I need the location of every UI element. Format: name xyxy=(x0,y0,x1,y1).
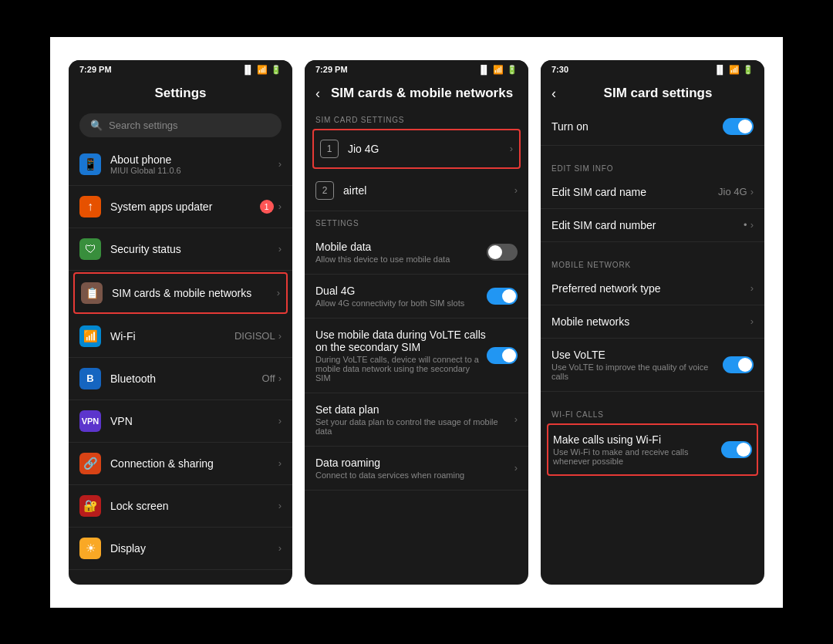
sim-icon: 📋 xyxy=(81,282,103,304)
bt-text: Bluetooth xyxy=(110,373,262,385)
volte-toggle[interactable] xyxy=(723,356,754,373)
settings-item-sysapps[interactable]: ↑ System apps updater 1 › xyxy=(69,186,292,228)
mobile-data-sub: Allow this device to use mobile data xyxy=(315,255,487,264)
mobilenet-row[interactable]: Mobile networks › xyxy=(541,305,764,339)
signal-icon-3: ▐▌ xyxy=(713,65,726,74)
volte-label: Use VoLTE xyxy=(551,349,723,361)
volte-row[interactable]: Use VoLTE Use VoLTE to improve the quali… xyxy=(541,339,764,392)
turnon-knob xyxy=(738,120,752,133)
wificall-label: Make calls using Wi-Fi xyxy=(553,433,721,446)
volte-knob xyxy=(738,358,752,372)
conn-chevron: › xyxy=(278,457,282,469)
wifi-value: DIGISOL xyxy=(234,330,275,342)
dual4g-toggle[interactable] xyxy=(487,288,518,305)
outer-container: 7:29 PM ▐▌ 📶 🔋 Settings 🔍 Search setting… xyxy=(50,37,783,608)
wifi-icon: 📶 xyxy=(79,325,101,347)
sysapps-text: System apps updater xyxy=(110,201,260,213)
settings-item-about[interactable]: 📱 About phone MIUI Global 11.0.6 › xyxy=(69,143,292,186)
volte-sec-text: Use mobile data during VoLTE calls on th… xyxy=(315,329,487,383)
sim-item-jio[interactable]: 1 Jio 4G › xyxy=(312,129,521,169)
time-2: 7:29 PM xyxy=(315,65,348,74)
about-sub: MIUI Global 11.0.6 xyxy=(110,166,278,175)
bt-icon: B xyxy=(79,368,101,389)
editname-text: Edit SIM card name xyxy=(551,186,718,198)
search-bar[interactable]: 🔍 Search settings xyxy=(79,113,282,137)
settings-item-conn[interactable]: 🔗 Connection & sharing › xyxy=(69,443,292,485)
signal-icon-2: ▐▌ xyxy=(477,65,490,74)
editname-row[interactable]: Edit SIM card name Jio 4G › xyxy=(541,176,764,209)
prefnet-row[interactable]: Preferred network type › xyxy=(541,272,764,305)
setdata-row[interactable]: Set data plan Set your data plan to cont… xyxy=(305,393,528,447)
about-text: About phone MIUI Global 11.0.6 xyxy=(110,153,278,175)
turnon-text: Turn on xyxy=(551,120,723,133)
settings-item-lock[interactable]: 🔐 Lock screen › xyxy=(69,485,292,528)
roaming-row[interactable]: Data roaming Connect to data services wh… xyxy=(305,447,528,491)
mobile-data-toggle[interactable] xyxy=(487,244,518,261)
top-bar-2: ‹ SIM cards & mobile networks xyxy=(305,78,528,108)
mobile-data-row[interactable]: Mobile data Allow this device to use mob… xyxy=(305,231,528,275)
editnum-chevron: › xyxy=(750,219,754,231)
volte-sub: Use VoLTE to improve the quality of voic… xyxy=(551,362,723,381)
turnon-toggle[interactable] xyxy=(723,118,754,135)
search-placeholder: Search settings xyxy=(109,120,178,131)
mobilenet-label: MOBILE NETWORK xyxy=(541,253,764,272)
settings-item-display[interactable]: ☀ Display › xyxy=(69,528,292,570)
status-icons-2: ▐▌ 📶 🔋 xyxy=(477,65,518,75)
lock-chevron: › xyxy=(278,500,282,511)
vpn-icon: VPN xyxy=(79,410,101,432)
volte-sec-toggle[interactable] xyxy=(487,347,518,364)
volte-sec-knob xyxy=(502,349,516,362)
bt-chevron: › xyxy=(278,373,282,384)
back-button-2[interactable]: ‹ xyxy=(315,86,320,102)
editnum-row[interactable]: Edit SIM card number • › xyxy=(541,209,764,242)
volte-sec-row[interactable]: Use mobile data during VoLTE calls on th… xyxy=(305,319,528,393)
turnon-label: Turn on xyxy=(551,120,723,133)
phone-1: 7:29 PM ▐▌ 📶 🔋 Settings 🔍 Search setting… xyxy=(69,60,292,585)
mobilenet-chevron: › xyxy=(750,315,754,327)
sim-chevron: › xyxy=(277,287,280,298)
about-icon: 📱 xyxy=(79,153,101,175)
sysapps-badge: 1 xyxy=(260,200,274,214)
mobilenet-text: Mobile networks xyxy=(551,315,750,328)
turnon-row[interactable]: Turn on xyxy=(541,108,764,146)
jio-chevron: › xyxy=(510,143,513,154)
sim-item-airtel[interactable]: 2 airtel › xyxy=(305,170,528,211)
dual4g-row[interactable]: Dual 4G Allow 4G connectivity for both S… xyxy=(305,275,528,319)
conn-icon: 🔗 xyxy=(79,453,101,474)
setdata-text: Set data plan Set your data plan to cont… xyxy=(315,403,514,436)
settings-item-wifi[interactable]: 📶 Wi-Fi DIGISOL › xyxy=(69,315,292,358)
wificall-toggle[interactable] xyxy=(721,441,752,458)
wificall-row[interactable]: Make calls using Wi-Fi Use Wi-Fi to make… xyxy=(547,423,758,476)
settings-item-security[interactable]: 🛡 Security status › xyxy=(69,228,292,271)
lock-icon: 🔐 xyxy=(79,495,101,517)
wificalls-label: WI-FI CALLS xyxy=(541,403,764,422)
sim-text: SIM cards & mobile networks xyxy=(112,287,277,299)
back-button-3[interactable]: ‹ xyxy=(551,86,556,102)
display-text: Display xyxy=(110,542,278,555)
sysapps-label: System apps updater xyxy=(110,201,260,213)
security-text: Security status xyxy=(110,243,278,255)
screen1-title: Settings xyxy=(79,86,282,101)
signal-icon-1: ▐▌ xyxy=(241,65,254,74)
airtel-name: airtel xyxy=(343,184,514,197)
editname-chevron: › xyxy=(750,186,754,197)
dual4g-text: Dual 4G Allow 4G connectivity for both S… xyxy=(315,285,487,308)
editnum-label: Edit SIM card number xyxy=(551,219,744,231)
vpn-text: VPN xyxy=(110,415,278,427)
settings-item-vpn[interactable]: VPN VPN › xyxy=(69,400,292,443)
setdata-label: Set data plan xyxy=(315,403,514,416)
security-chevron: › xyxy=(278,243,282,255)
settings-item-bt[interactable]: B Bluetooth Off › xyxy=(69,358,292,400)
sim-section-label: SIM CARD SETTINGS xyxy=(305,108,528,127)
editname-value: Jio 4G xyxy=(718,186,747,197)
settings-item-sim[interactable]: 📋 SIM cards & mobile networks › xyxy=(73,272,288,314)
prefnet-text: Preferred network type xyxy=(551,282,750,295)
sim-num-2: 2 xyxy=(315,181,334,200)
volte-text: Use VoLTE Use VoLTE to improve the quali… xyxy=(551,349,723,381)
display-label: Display xyxy=(110,542,278,555)
status-bar-1: 7:29 PM ▐▌ 📶 🔋 xyxy=(69,60,292,78)
roaming-sub: Connect to data services when roaming xyxy=(315,470,514,480)
wificall-knob xyxy=(737,443,750,457)
roaming-text: Data roaming Connect to data services wh… xyxy=(315,457,514,480)
conn-text: Connection & sharing xyxy=(110,457,278,470)
